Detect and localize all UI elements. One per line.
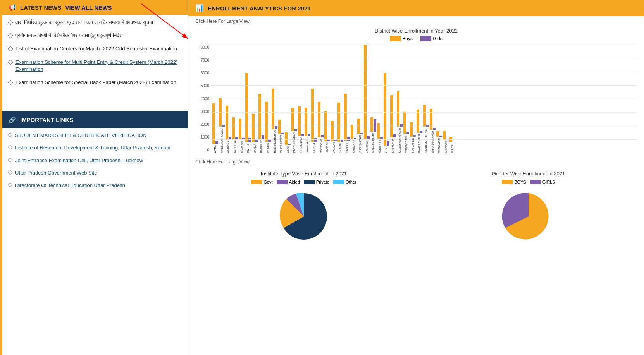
link-text-4[interactable]: Uttar Pradesh Government Web Site: [15, 170, 97, 177]
news-link-4[interactable]: Examination Scheme for Multi Point Entry…: [15, 59, 182, 73]
girls-bar-19: [341, 139, 343, 142]
link-item-1[interactable]: STUDENT MARKSHEET & CERTIFICATE VERIFICA…: [9, 132, 182, 139]
legend-govt: Govt: [251, 180, 272, 184]
boys-bar-14: [305, 108, 307, 136]
link-item-3[interactable]: Joint Entrance Examination Cell, Uttar P…: [9, 157, 182, 164]
girls-bar-5: [248, 138, 251, 142]
news-item-2: प्रयोगात्मक विषयों में विशेष बैक पेपर पर…: [9, 32, 182, 39]
girls-bar-12: [294, 129, 297, 131]
girls-bar-21: [354, 138, 356, 139]
y-axis-label-7: 7000: [195, 58, 209, 62]
latest-news-label: LATEST NEWS: [20, 4, 61, 11]
bar-group-6: BANDA: [252, 114, 258, 153]
bar-group-35: SITAPUR: [443, 131, 449, 153]
private-box: [304, 180, 315, 184]
boys-bar-34: [436, 131, 439, 137]
bar-group-18: JALAUN: [331, 121, 337, 153]
boys-bar-1: [219, 98, 222, 127]
y-axis-label-8: 8000: [195, 45, 209, 50]
boys-bar-6: [252, 114, 255, 142]
boys-bar-0: [212, 103, 215, 144]
boys-bar-2: [226, 106, 228, 140]
bar-label-2: AMROHA: [227, 141, 230, 153]
boys-bar-7: [258, 94, 261, 139]
boys-bar-33: [430, 109, 432, 130]
bar-group-29: PRATAPGARH: [403, 112, 409, 153]
institute-chart: Institute Type Wise Enrollment In 2021 G…: [195, 171, 412, 245]
analytics-header: 📊 ENROLLMENT ANALYTICS FOR 2021: [188, 0, 644, 16]
bar-label-12: FARRUKHABAD: [293, 132, 296, 153]
bar-label-9: BULANDSHAHAR: [273, 130, 276, 153]
click-large-link-2[interactable]: Click Here For Large View: [188, 157, 644, 167]
bar-group-15: GONDA: [311, 89, 317, 153]
bar-group-31: SAHARANPUR: [417, 110, 422, 153]
important-links-header: 🔗 IMPORTANT LINKS: [2, 111, 188, 128]
boys-legend-box: [390, 36, 401, 41]
link-text-3[interactable]: Joint Entrance Examination Cell, Uttar P…: [15, 157, 143, 164]
bar-group-9: BULANDSHAHAR: [272, 89, 277, 153]
link-item-5[interactable]: Directorate Of Technical Education Uttar…: [9, 182, 182, 189]
bar-label-16: HAMIRPUR: [319, 139, 322, 153]
girls-bar-2: [229, 137, 231, 140]
bar-label-13: FIROZABAD: [300, 137, 302, 153]
bar-group-7: BAREILLY: [258, 94, 264, 153]
analytics-title: ENROLLMENT ANALYTICS FOR 2021: [208, 5, 311, 12]
bar-label-8: BIJNOR: [267, 143, 269, 153]
boys-bar-13: [298, 106, 301, 136]
boys-bar-9: [272, 89, 274, 129]
bar-label-23: LALITPUR: [365, 140, 368, 153]
bar-label-26: MAU: [385, 147, 388, 153]
y-axis-label-6: 6000: [195, 71, 209, 75]
boys-bar-15: [311, 89, 314, 142]
boys-bar-26: [384, 73, 386, 146]
news-item-1: द्वारा निर्धारत शुल्क का सूचना प्रदाशन ।…: [9, 19, 182, 26]
bar-label-19: JHANSI: [339, 143, 342, 153]
girls-bar-15: [314, 138, 317, 142]
bar-group-2: AMROHA: [226, 106, 231, 153]
right-panel: 📊 ENROLLMENT ANALYTICS FOR 2021 Click He…: [188, 0, 644, 355]
view-all-news-link[interactable]: VIEW ALL NEWS: [65, 4, 112, 11]
diamond-link-5: [8, 182, 13, 187]
girls-legend-box: [420, 36, 431, 41]
news-text-3: List of Examination Centers for March -2…: [15, 45, 177, 52]
district-chart-section: District Wise Enrollment in Year 2021 Bo…: [188, 28, 644, 157]
boys-bar-17: [324, 111, 327, 141]
district-chart-title: District Wise Enrollment in Year 2021: [195, 28, 637, 34]
link-text-1[interactable]: STUDENT MARKSHEET & CERTIFICATE VERIFICA…: [15, 132, 146, 139]
boys-bar-16: [318, 102, 320, 137]
link-item-2[interactable]: Institute of Research, Development & Tra…: [9, 144, 182, 151]
diamond-icon-3: [8, 46, 13, 51]
y-axis-label-3: 3000: [195, 110, 209, 114]
link-text-5[interactable]: Directorate Of Technical Education Uttar…: [15, 182, 125, 189]
legend-aided: Aided: [277, 180, 300, 184]
y-axis-label-0: 0: [195, 148, 209, 152]
boys-bar-5: [245, 73, 248, 142]
bar-group-19: JHANSI: [337, 103, 343, 153]
boys-bar-3: [232, 117, 235, 139]
bar-group-14: GHAZIABAD: [305, 108, 310, 153]
y-axis-label-2: 2000: [195, 122, 209, 127]
y-axis: 010002000300040005000600070008000: [195, 45, 211, 153]
megaphone-icon: 📢: [9, 4, 16, 11]
link-item-4[interactable]: Uttar Pradesh Government Web Site: [9, 170, 182, 177]
girls-bar-8: [268, 139, 271, 142]
bar-group-32: SANTRAVIDAS NAGAR: [423, 105, 429, 153]
bar-label-6: BANDA: [253, 144, 256, 153]
girls-bar-34: [439, 136, 442, 137]
bar-label-35: SITAPUR: [444, 141, 447, 153]
girls-bar-0: [215, 141, 218, 144]
chart-icon: 📊: [195, 4, 204, 12]
girls-bar-13: [301, 134, 304, 136]
bar-chart-wrapper: 010002000300040005000600070008000 AGRAAM…: [195, 45, 637, 153]
link-text-2[interactable]: Institute of Research, Development & Tra…: [15, 144, 171, 151]
bar-label-17: HARDOI: [326, 142, 329, 153]
girls-bar-25: [380, 137, 383, 139]
bar-group-23: LALITPUR: [364, 45, 370, 153]
girls-bar-32: [426, 125, 429, 127]
boys-bar-36: [449, 137, 452, 142]
bar-group-17: HARDOI: [324, 111, 330, 153]
news-item-4[interactable]: Examination Scheme for Multi Point Entry…: [9, 59, 182, 73]
girls-bar-7: [262, 135, 264, 139]
left-panel: 📢 LATEST NEWS VIEW ALL NEWS द्: [2, 0, 188, 355]
click-large-link-1[interactable]: Click Here For Large View: [188, 16, 644, 26]
